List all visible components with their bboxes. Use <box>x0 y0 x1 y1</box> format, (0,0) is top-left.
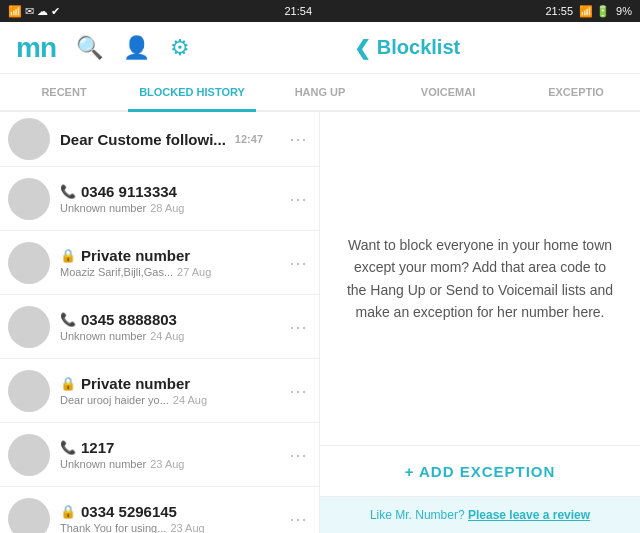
call-meta: Unknown number 24 Aug <box>60 330 281 342</box>
tab-recent[interactable]: RECENT <box>0 74 128 112</box>
avatar <box>8 178 50 220</box>
tab-exception[interactable]: EXCEPTIO <box>512 74 640 112</box>
phone-icon: 📞 <box>60 312 76 327</box>
blocklist-title: Blocklist <box>377 36 460 59</box>
avatar <box>8 242 50 284</box>
list-item: Dear Custome followi... 12:47 ⋯ <box>0 112 319 167</box>
phone-icon: 📞 <box>60 184 76 199</box>
more-button[interactable]: ⋯ <box>285 504 311 534</box>
private-icon: 🔒 <box>60 376 76 391</box>
status-time-right: 21:55 <box>546 5 574 17</box>
call-meta: Dear urooj haider yo... 24 Aug <box>60 394 281 406</box>
app-logo: mn <box>16 32 56 64</box>
exception-description: Want to block everyone in your home town… <box>344 234 616 324</box>
private-icon: 🔒 <box>60 248 76 263</box>
list-item: 🔒 0334 5296145 Thank You for using... 23… <box>0 487 319 533</box>
nav-center: ❮ Blocklist <box>354 36 460 60</box>
add-exception-button[interactable]: + ADD EXCEPTION <box>320 445 640 497</box>
call-meta: Moaziz Sarif,Bijli,Gas... 27 Aug <box>60 266 281 278</box>
avatar <box>8 498 50 534</box>
search-icon[interactable]: 🔍 <box>76 35 103 61</box>
call-number: 📞 0345 8888803 <box>60 311 281 328</box>
call-meta: Unknown number 23 Aug <box>60 458 281 470</box>
more-button[interactable]: ⋯ <box>285 376 311 406</box>
avatar <box>8 306 50 348</box>
more-button[interactable]: ⋯ <box>285 184 311 214</box>
call-info: 🔒 Private number Dear urooj haider yo...… <box>60 375 281 406</box>
right-panel: Want to block everyone in your home town… <box>320 112 640 533</box>
status-battery-right: 9% <box>616 5 632 17</box>
call-number: Dear Custome followi... 12:47 <box>60 131 281 148</box>
list-item: 📞 0345 8888803 Unknown number 24 Aug ⋯ <box>0 295 319 359</box>
add-exception-label: + ADD EXCEPTION <box>405 463 556 480</box>
list-item: 🔒 Private number Moaziz Sarif,Bijli,Gas.… <box>0 231 319 295</box>
call-meta: Unknown number 28 Aug <box>60 202 281 214</box>
call-meta: Thank You for using... 23 Aug <box>60 522 281 533</box>
call-number: 🔒 Private number <box>60 247 281 264</box>
nav-left: mn 🔍 👤 ⚙ <box>16 32 190 64</box>
call-info: 🔒 Private number Moaziz Sarif,Bijli,Gas.… <box>60 247 281 278</box>
avatar <box>8 434 50 476</box>
call-number: 🔒 0334 5296145 <box>60 503 281 520</box>
review-text: Like Mr. Number? Please leave a review <box>370 508 590 522</box>
avatar <box>8 370 50 412</box>
review-link[interactable]: Please leave a review <box>468 508 590 522</box>
tab-hang-up[interactable]: HANG UP <box>256 74 384 112</box>
review-static-text: Like Mr. Number? <box>370 508 465 522</box>
tab-blocked-history[interactable]: BLOCKED HISTORY <box>128 74 256 112</box>
more-button[interactable]: ⋯ <box>285 440 311 470</box>
private-icon: 🔒 <box>60 504 76 519</box>
more-button[interactable]: ⋯ <box>285 124 311 154</box>
call-info: 🔒 0334 5296145 Thank You for using... 23… <box>60 503 281 533</box>
call-number: 📞 1217 <box>60 439 281 456</box>
right-panel-main: Want to block everyone in your home town… <box>320 112 640 445</box>
back-button[interactable]: ❮ <box>354 36 371 60</box>
status-time-left: 21:54 <box>284 5 312 17</box>
contacts-icon[interactable]: 👤 <box>123 35 150 61</box>
list-item: 🔒 Private number Dear urooj haider yo...… <box>0 359 319 423</box>
call-number: 🔒 Private number <box>60 375 281 392</box>
more-button[interactable]: ⋯ <box>285 312 311 342</box>
phone-icon: 📞 <box>60 440 76 455</box>
call-info: 📞 1217 Unknown number 23 Aug <box>60 439 281 470</box>
call-number: 📞 0346 9113334 <box>60 183 281 200</box>
settings-icon[interactable]: ⚙ <box>170 35 190 61</box>
status-icons-right: 📶 🔋 <box>579 5 610 18</box>
app-container: mn 🔍 👤 ⚙ ❮ Blocklist RECENT BLOCKED HIST… <box>0 22 640 533</box>
more-button[interactable]: ⋯ <box>285 248 311 278</box>
call-info: 📞 0346 9113334 Unknown number 28 Aug <box>60 183 281 214</box>
avatar <box>8 118 50 160</box>
status-bar-right: 21:55 📶 🔋 9% <box>320 0 640 22</box>
list-item: 📞 0346 9113334 Unknown number 28 Aug ⋯ <box>0 167 319 231</box>
tab-voicemail[interactable]: VOICEMAI <box>384 74 512 112</box>
call-info: 📞 0345 8888803 Unknown number 24 Aug <box>60 311 281 342</box>
tabs-bar: RECENT BLOCKED HISTORY HANG UP VOICEMAI … <box>0 74 640 112</box>
call-list: Dear Custome followi... 12:47 ⋯ 📞 0346 9… <box>0 112 320 533</box>
top-nav: mn 🔍 👤 ⚙ ❮ Blocklist <box>0 22 640 74</box>
list-item: 📞 1217 Unknown number 23 Aug ⋯ <box>0 423 319 487</box>
review-bar: Like Mr. Number? Please leave a review <box>320 497 640 533</box>
status-bar-left: 📶 ✉ ☁ ✔ 21:54 <box>0 0 320 22</box>
content-area: Dear Custome followi... 12:47 ⋯ 📞 0346 9… <box>0 112 640 533</box>
call-info: Dear Custome followi... 12:47 <box>60 131 281 148</box>
status-icons-left: 📶 ✉ ☁ ✔ <box>8 5 60 18</box>
